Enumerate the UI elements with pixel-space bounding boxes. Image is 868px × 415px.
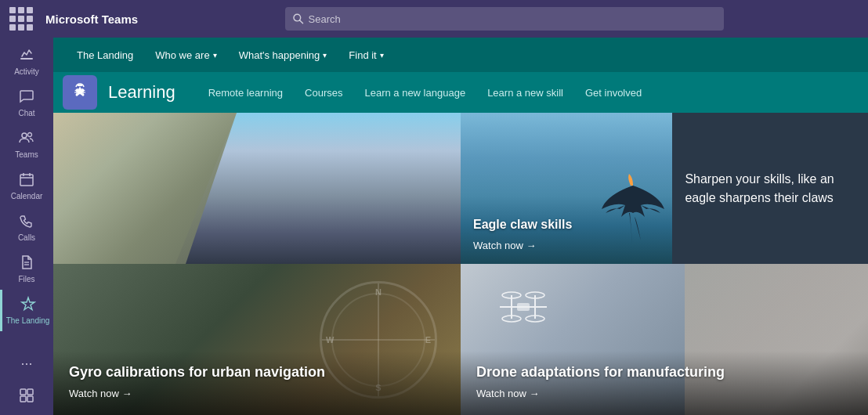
app-title: Microsoft Teams <box>45 13 138 26</box>
eagle-title: Eagle claw skills <box>473 217 572 233</box>
chat-icon <box>19 88 34 106</box>
teams-icon <box>19 130 34 148</box>
gyro-tile-content: Gyro calibrations for urban navigation W… <box>53 351 461 415</box>
sub-nav-get-involved[interactable]: Get involved <box>574 72 653 113</box>
teams-label: Teams <box>15 150 38 159</box>
sub-nav-bar: Learning Remote learning Courses Learn a… <box>53 72 868 113</box>
svg-rect-13 <box>20 396 26 402</box>
who-we-are-chevron: ▾ <box>213 51 217 60</box>
sidebar-item-files[interactable]: Files <box>0 248 53 290</box>
calendar-label: Calendar <box>11 192 43 200</box>
tile-drone[interactable]: Drone adaptations for manufacturing Watc… <box>461 264 868 415</box>
files-icon <box>19 254 34 272</box>
more-apps-button[interactable]: ··· <box>13 348 40 380</box>
sub-nav-learn-language[interactable]: Learn a new language <box>353 72 476 113</box>
main-layout: Activity Chat Teams Calendar Calls <box>0 38 868 415</box>
tile-eagle[interactable]: Sharpen your skills, like an eagle sharp… <box>461 113 868 264</box>
sub-nav-remote-learning[interactable]: Remote learning <box>197 72 294 113</box>
learning-logo <box>63 75 97 110</box>
drone-visual-icon <box>484 280 562 334</box>
eagle-overlay: Eagle claw skills Watch now → <box>473 217 572 251</box>
sidebar-item-teams[interactable]: Teams <box>0 124 53 165</box>
drone-title: Drone adaptations for manufacturing <box>476 363 852 381</box>
activity-icon <box>19 47 34 65</box>
svg-rect-2 <box>20 58 33 60</box>
svg-point-19 <box>82 89 85 92</box>
drone-watch-now[interactable]: Watch now → <box>476 388 852 399</box>
the-landing-label: The Landing <box>6 316 50 325</box>
gyro-watch-now[interactable]: Watch now → <box>69 388 445 399</box>
svg-rect-11 <box>20 389 26 395</box>
the-landing-icon <box>20 296 36 314</box>
sidebar-item-activity[interactable]: Activity <box>0 41 53 82</box>
nav-item-who-we-are[interactable]: Who we are ▾ <box>144 38 227 72</box>
nav-item-find-it[interactable]: Find it ▾ <box>338 38 394 72</box>
svg-point-18 <box>76 89 78 92</box>
apps-button[interactable] <box>11 380 42 415</box>
svg-point-21 <box>82 94 85 96</box>
sub-nav-title: Learning <box>108 82 175 103</box>
svg-rect-30 <box>517 303 530 311</box>
sidebar-item-calendar[interactable]: Calendar <box>0 165 53 207</box>
svg-rect-14 <box>27 396 33 402</box>
content-area: The Landing Who we are ▾ What's happenin… <box>53 38 868 415</box>
tiles-container: Sharpen your skills, like an eagle sharp… <box>53 113 868 415</box>
svg-line-1 <box>300 20 303 23</box>
eagle-side-text: Sharpen your skills, like an eagle sharp… <box>685 170 855 208</box>
svg-rect-5 <box>20 175 33 186</box>
svg-point-3 <box>22 133 27 138</box>
svg-rect-22 <box>78 92 81 93</box>
svg-point-20 <box>76 94 78 96</box>
svg-rect-17 <box>78 85 82 86</box>
find-it-chevron: ▾ <box>380 51 384 60</box>
sidebar-item-calls[interactable]: Calls <box>0 207 53 248</box>
nav-bar: The Landing Who we are ▾ What's happenin… <box>53 38 868 72</box>
nav-item-the-landing[interactable]: The Landing <box>66 38 144 72</box>
gyro-title: Gyro calibrations for urban navigation <box>69 363 445 381</box>
search-bar[interactable] <box>285 7 724 31</box>
tile-top-left[interactable] <box>53 113 461 264</box>
sub-nav-courses[interactable]: Courses <box>294 72 353 113</box>
calendar-icon <box>19 171 34 189</box>
top-bar: Microsoft Teams <box>0 0 868 38</box>
apps-grid-button[interactable] <box>9 7 33 31</box>
calls-label: Calls <box>18 233 35 242</box>
svg-point-4 <box>28 133 32 137</box>
sidebar-item-chat[interactable]: Chat <box>0 82 53 124</box>
svg-rect-12 <box>27 389 33 395</box>
eagle-silhouette <box>598 170 668 256</box>
drone-tile-content: Drone adaptations for manufacturing Watc… <box>461 351 868 415</box>
sub-nav-learn-skill[interactable]: Learn a new skill <box>476 72 574 113</box>
eagle-watch-now[interactable]: Watch now → <box>473 240 572 251</box>
whats-happening-chevron: ▾ <box>323 51 327 60</box>
sidebar-item-the-landing[interactable]: The Landing <box>0 290 53 331</box>
nav-item-whats-happening[interactable]: What's happening ▾ <box>228 38 338 72</box>
files-label: Files <box>18 275 34 283</box>
calls-icon <box>19 213 34 231</box>
activity-label: Activity <box>14 67 39 76</box>
chat-label: Chat <box>18 109 34 117</box>
search-icon <box>293 13 304 24</box>
search-input[interactable] <box>309 13 717 25</box>
tile-gyro[interactable]: N S E W Gyro calibrations for urban navi… <box>53 264 461 415</box>
sidebar: Activity Chat Teams Calendar Calls <box>0 38 53 415</box>
